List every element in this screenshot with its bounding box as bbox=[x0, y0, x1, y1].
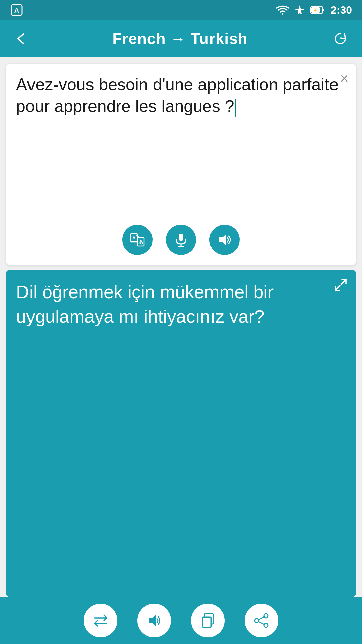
content-wrapper: × Avez-vous besoin d'une application par… bbox=[0, 57, 362, 644]
svg-point-17 bbox=[264, 614, 268, 618]
translation-panel: Dil öğrenmek için mükemmel bir uygulamay… bbox=[6, 270, 356, 597]
svg-text:あ: あ bbox=[139, 239, 143, 245]
translated-text: Dil öğrenmek için mükemmel bir uygulamay… bbox=[16, 280, 346, 329]
source-panel: × Avez-vous besoin d'une application par… bbox=[6, 64, 356, 265]
svg-line-21 bbox=[259, 622, 264, 624]
bottom-bar bbox=[0, 597, 362, 644]
back-button[interactable] bbox=[10, 28, 32, 49]
svg-line-20 bbox=[259, 617, 264, 620]
time-display: 2:30 bbox=[330, 4, 352, 16]
svg-text:A: A bbox=[14, 7, 19, 14]
svg-rect-3 bbox=[323, 9, 324, 11]
airplane-icon bbox=[294, 5, 305, 15]
wifi-icon bbox=[276, 5, 289, 15]
svg-point-18 bbox=[255, 619, 259, 623]
history-button[interactable] bbox=[328, 27, 352, 50]
translation-speaker-icon bbox=[145, 612, 163, 629]
status-bar: A ⚡ 2:30 bbox=[0, 0, 362, 20]
share-button[interactable] bbox=[245, 604, 278, 637]
copy-icon bbox=[199, 612, 217, 629]
source-actions: A あ bbox=[16, 225, 346, 258]
translate-button[interactable]: A あ bbox=[122, 225, 153, 255]
expand-icon bbox=[333, 277, 349, 293]
battery-icon: ⚡ bbox=[310, 6, 325, 14]
close-button[interactable]: × bbox=[340, 71, 349, 86]
source-text[interactable]: Avez-vous besoin d'une application parfa… bbox=[16, 74, 346, 218]
translation-speaker-button[interactable] bbox=[137, 604, 171, 637]
svg-point-19 bbox=[264, 623, 268, 627]
expand-button[interactable] bbox=[333, 277, 349, 293]
status-bar-right: ⚡ 2:30 bbox=[276, 4, 352, 16]
microphone-button[interactable] bbox=[166, 225, 196, 255]
translate-icon: A あ bbox=[129, 232, 145, 248]
source-speaker-button[interactable] bbox=[209, 225, 240, 255]
source-speaker-icon bbox=[217, 232, 233, 248]
swap-button[interactable] bbox=[84, 604, 117, 637]
app-icon: A bbox=[10, 3, 23, 17]
svg-text:A: A bbox=[132, 235, 136, 240]
share-icon bbox=[253, 612, 270, 629]
svg-rect-10 bbox=[179, 234, 183, 241]
swap-icon bbox=[92, 612, 109, 629]
status-bar-left: A bbox=[10, 3, 23, 17]
toolbar: French → Turkish bbox=[0, 20, 362, 57]
translation-direction: French → Turkish bbox=[112, 30, 248, 48]
copy-button[interactable] bbox=[191, 604, 225, 637]
microphone-icon bbox=[173, 232, 189, 248]
svg-marker-14 bbox=[149, 615, 156, 626]
svg-marker-13 bbox=[219, 234, 226, 245]
svg-text:⚡: ⚡ bbox=[313, 8, 318, 13]
svg-rect-16 bbox=[202, 617, 211, 627]
